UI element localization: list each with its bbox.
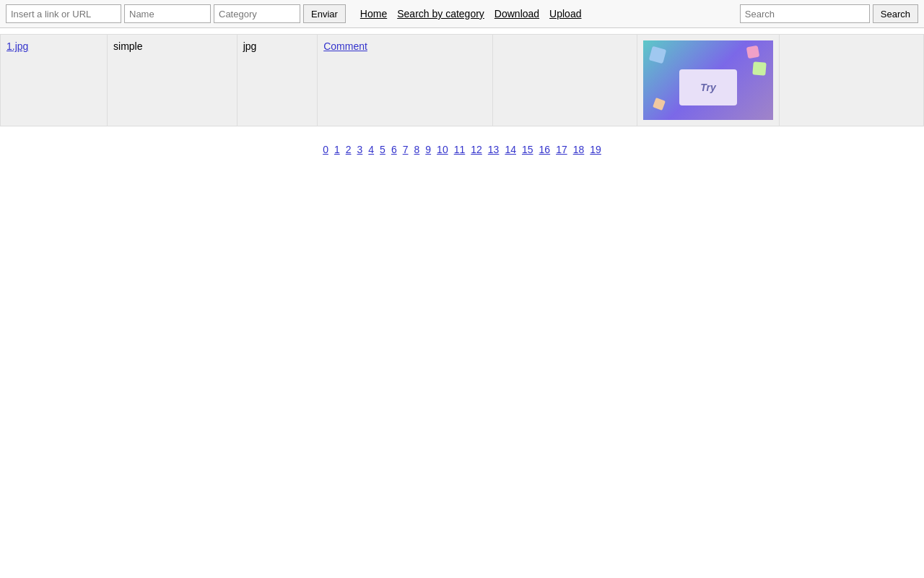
category-input[interactable] <box>214 4 300 23</box>
cell-image <box>637 35 780 126</box>
cell-comment: Comment <box>318 35 493 126</box>
nav-download[interactable]: Download <box>494 8 539 20</box>
pagination-link[interactable]: 5 <box>380 144 385 155</box>
enviar-button[interactable]: Enviar <box>303 4 346 23</box>
pagination-link[interactable]: 2 <box>346 144 352 155</box>
pagination-link[interactable]: 13 <box>488 144 500 155</box>
decor-box4 <box>752 61 767 76</box>
toolbar: Enviar Home Search by category Download … <box>0 0 924 28</box>
pagination-link[interactable]: 9 <box>425 144 431 155</box>
cell-filename: 1.jpg <box>1 35 108 126</box>
name-input[interactable] <box>124 4 211 23</box>
cell-category: jpg <box>237 35 318 126</box>
nav-home[interactable]: Home <box>360 8 387 20</box>
decor-laptop <box>679 69 737 105</box>
image-placeholder <box>643 40 773 120</box>
decor-box2 <box>746 46 760 59</box>
nav-links: Home Search by category Download Upload <box>360 8 582 20</box>
cell-name: simple <box>108 35 237 126</box>
pagination-link[interactable]: 0 <box>323 144 328 155</box>
nav-search-by-category[interactable]: Search by category <box>397 8 484 20</box>
pagination-link[interactable]: 16 <box>539 144 551 155</box>
pagination-link[interactable]: 8 <box>414 144 420 155</box>
pagination-link[interactable]: 7 <box>403 144 409 155</box>
pagination-link[interactable]: 14 <box>505 144 516 155</box>
url-input[interactable] <box>6 4 121 23</box>
cell-last-empty <box>780 35 924 126</box>
pagination-link[interactable]: 17 <box>556 144 567 155</box>
search-button[interactable]: Search <box>873 4 918 23</box>
decor-box3 <box>653 98 666 111</box>
search-input[interactable] <box>740 4 870 23</box>
nav-upload[interactable]: Upload <box>549 8 581 20</box>
comment-link[interactable]: Comment <box>323 40 367 52</box>
content-table: 1.jpg simple jpg Comment <box>0 34 924 126</box>
pagination-link[interactable]: 1 <box>334 144 340 155</box>
pagination-link[interactable]: 19 <box>590 144 601 155</box>
search-area: Search <box>740 4 918 23</box>
pagination-link[interactable]: 6 <box>391 144 397 155</box>
pagination-link[interactable]: 18 <box>573 144 585 155</box>
filename-link[interactable]: 1.jpg <box>6 40 28 52</box>
pagination-link[interactable]: 3 <box>357 144 363 155</box>
pagination: 012345678910111213141516171819 <box>0 144 924 155</box>
pagination-link[interactable]: 15 <box>522 144 533 155</box>
pagination-link[interactable]: 11 <box>454 144 466 155</box>
table-row: 1.jpg simple jpg Comment <box>1 35 924 126</box>
pagination-link[interactable]: 12 <box>471 144 482 155</box>
pagination-link[interactable]: 10 <box>437 144 448 155</box>
decor-box1 <box>649 46 666 64</box>
pagination-link[interactable]: 4 <box>368 144 374 155</box>
cell-empty <box>493 35 637 126</box>
